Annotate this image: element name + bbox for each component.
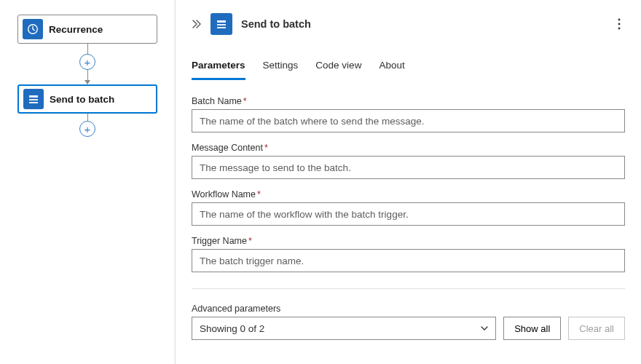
workflow-canvas: Recurrence + Send to batch + bbox=[0, 0, 175, 364]
connector-end: + bbox=[79, 114, 95, 137]
svg-point-8 bbox=[618, 23, 621, 25]
message-content-input[interactable] bbox=[192, 156, 625, 179]
svg-point-9 bbox=[618, 28, 621, 30]
tab-about[interactable]: About bbox=[379, 55, 404, 80]
svg-rect-2 bbox=[29, 99, 38, 100]
svg-rect-5 bbox=[217, 24, 226, 25]
advanced-combo[interactable]: Showing 0 of 2 bbox=[192, 317, 496, 340]
trigger-name-input[interactable] bbox=[192, 249, 625, 272]
workflow-name-input[interactable] bbox=[192, 202, 625, 226]
field-trigger-name: Trigger Name* bbox=[192, 236, 625, 272]
node-label: Recurrence bbox=[49, 24, 103, 35]
tab-settings[interactable]: Settings bbox=[263, 55, 299, 80]
add-step-button[interactable]: + bbox=[79, 121, 95, 137]
combo-text: Showing 0 of 2 bbox=[200, 323, 264, 334]
node-recurrence[interactable]: Recurrence bbox=[17, 15, 157, 44]
field-label: Batch Name* bbox=[192, 96, 625, 106]
add-step-button[interactable]: + bbox=[79, 54, 95, 70]
clear-all-button[interactable]: Clear all bbox=[568, 317, 625, 340]
svg-rect-4 bbox=[217, 20, 226, 23]
advanced-parameters: Advanced parameters Showing 0 of 2 Show … bbox=[192, 304, 625, 340]
panel-header: Send to batch bbox=[192, 13, 625, 35]
panel-title: Send to batch bbox=[241, 18, 605, 30]
advanced-label: Advanced parameters bbox=[192, 304, 625, 314]
show-all-button[interactable]: Show all bbox=[503, 317, 561, 340]
svg-rect-1 bbox=[29, 95, 38, 98]
node-label: Send to batch bbox=[50, 94, 114, 105]
more-icon[interactable] bbox=[613, 17, 625, 31]
batch-icon bbox=[23, 89, 44, 109]
tab-code-view[interactable]: Code view bbox=[315, 55, 361, 80]
field-label: Message Content* bbox=[192, 143, 625, 153]
field-message-content: Message Content* bbox=[192, 143, 625, 179]
tabs: Parameters Settings Code view About bbox=[192, 55, 625, 80]
svg-rect-3 bbox=[29, 102, 38, 103]
clock-icon bbox=[23, 19, 43, 39]
connector: + bbox=[79, 44, 95, 84]
tab-parameters[interactable]: Parameters bbox=[192, 55, 245, 80]
field-label: Trigger Name* bbox=[192, 236, 625, 246]
field-label: Workflow Name* bbox=[192, 189, 625, 199]
field-batch-name: Batch Name* bbox=[192, 96, 625, 132]
batch-name-input[interactable] bbox=[192, 109, 625, 132]
node-send-to-batch[interactable]: Send to batch bbox=[17, 84, 157, 114]
details-panel: Send to batch Parameters Settings Code v… bbox=[175, 0, 641, 364]
divider bbox=[192, 288, 625, 289]
svg-rect-6 bbox=[217, 27, 226, 28]
parameters-form: Batch Name* Message Content* Workflow Na… bbox=[192, 96, 625, 272]
field-workflow-name: Workflow Name* bbox=[192, 189, 625, 226]
chevron-down-icon bbox=[481, 326, 488, 331]
collapse-icon[interactable] bbox=[192, 19, 202, 29]
batch-icon bbox=[211, 13, 232, 35]
svg-point-7 bbox=[618, 19, 621, 21]
